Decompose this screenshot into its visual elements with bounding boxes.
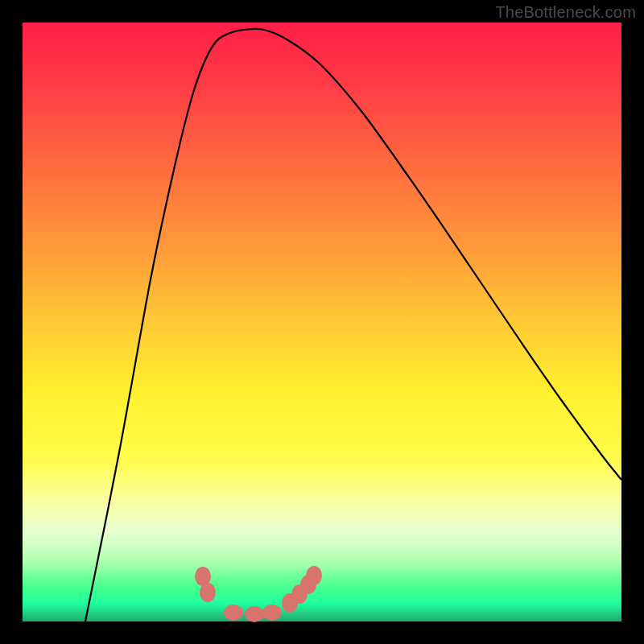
cluster-mid1 [224,605,243,621]
cluster-mid2 [245,606,264,622]
plot-area [23,23,621,621]
cluster-left2 [200,583,216,602]
cluster-r4 [306,566,322,585]
cluster-mid3 [262,605,282,621]
chart-svg [23,23,621,621]
marker-layer [195,566,322,622]
watermark-label: TheBottleneck.com [495,3,636,22]
chart-frame: TheBottleneck.com [0,0,644,644]
bottleneck-curve [85,29,621,621]
